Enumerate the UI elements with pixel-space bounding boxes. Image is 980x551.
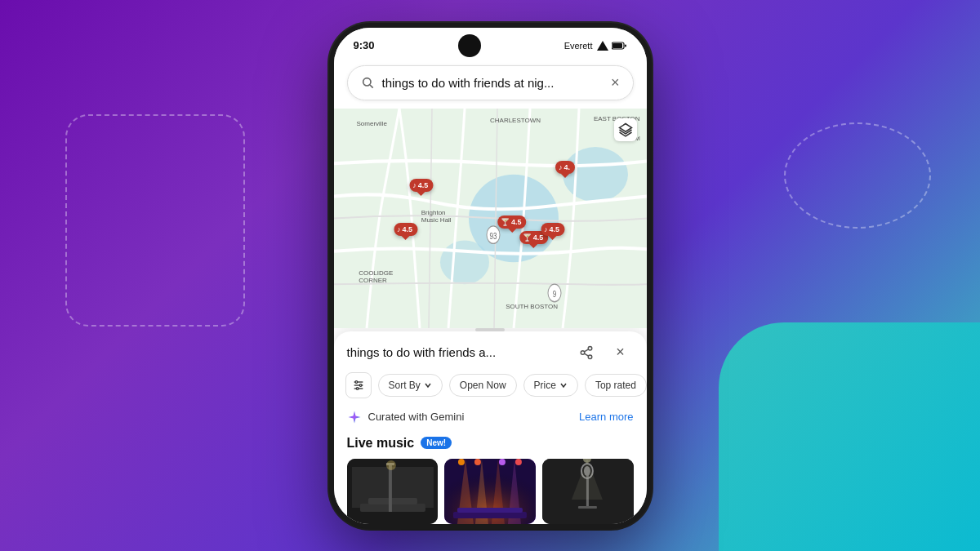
phone-mockup: 9:30 Everett	[329, 23, 652, 529]
layers-icon	[618, 122, 633, 137]
sort-by-chevron	[424, 381, 432, 389]
dashed-oval-right	[784, 122, 931, 229]
top-search-bar: things to do with friends at nig... ×	[334, 60, 647, 109]
venue-card-3[interactable]	[542, 459, 634, 524]
venue-card-2-art	[444, 459, 536, 524]
gemini-label: Curated with Gemini	[368, 411, 465, 423]
filter-settings-button[interactable]	[345, 372, 372, 398]
pin-music-icon-2: ♪	[397, 225, 401, 233]
svg-rect-28	[368, 498, 416, 504]
pin-rating-1: 4.5	[418, 181, 429, 189]
top-rated-filter[interactable]: Top rated	[585, 374, 647, 397]
svg-point-31	[385, 460, 395, 470]
svg-point-4	[363, 78, 370, 86]
sort-by-filter[interactable]: Sort By	[378, 374, 443, 397]
map-pin-2[interactable]: ♪ 4.5	[394, 223, 417, 236]
battery-icon	[612, 42, 626, 50]
svg-point-14	[588, 346, 592, 350]
map-pin-6[interactable]: ♪ 4.	[555, 161, 575, 174]
signal-icon	[597, 41, 608, 51]
status-bar: 9:30 Everett	[334, 28, 647, 60]
sort-by-label: Sort By	[389, 380, 421, 391]
gemini-icon	[347, 410, 362, 424]
map-label-somerville: Somerville	[357, 120, 387, 127]
price-filter[interactable]: Price	[523, 374, 578, 397]
search-clear-button[interactable]: ×	[611, 74, 620, 91]
filter-row: Sort By Open Now Price Top rated	[334, 372, 647, 407]
svg-point-24	[356, 387, 359, 389]
share-button[interactable]	[573, 340, 599, 366]
search-icon	[361, 76, 374, 89]
svg-rect-29	[388, 463, 391, 512]
sheet-search-row: things to do with friends a... ×	[334, 331, 647, 372]
map-pin-3[interactable]: 🍸 4.5	[497, 216, 527, 229]
svg-rect-2	[612, 43, 622, 48]
svg-point-7	[563, 147, 628, 202]
svg-line-5	[370, 85, 373, 88]
open-now-filter[interactable]: Open Now	[449, 374, 517, 397]
sheet-search-text: things to do with friends a...	[347, 345, 565, 359]
pin-rating-4: 4.5	[533, 233, 544, 242]
svg-rect-47	[578, 506, 597, 509]
top-rated-label: Top rated	[595, 380, 636, 391]
pin-cocktail-icon-1: 🍸	[501, 218, 510, 226]
svg-rect-27	[359, 504, 425, 512]
map-pin-1[interactable]: ♪ 4.5	[409, 179, 433, 192]
svg-line-17	[584, 353, 588, 356]
price-chevron	[559, 381, 568, 389]
map-pin-5[interactable]: ♪ 4.5	[541, 223, 564, 236]
teal-blob	[719, 322, 980, 551]
svg-point-15	[581, 350, 585, 354]
close-button[interactable]: ×	[608, 340, 634, 366]
svg-line-18	[584, 349, 588, 351]
price-label: Price	[534, 380, 556, 391]
pin-rating-6: 4.	[564, 163, 570, 171]
map-layers-button[interactable]	[614, 118, 637, 141]
learn-more-link[interactable]: Learn more	[579, 411, 633, 423]
map-label-charlestown: CHARLESTOWN	[490, 117, 541, 124]
search-query: things to do with friends at nig...	[382, 76, 603, 90]
location-label: Everett	[564, 41, 593, 51]
pin-music-icon-1: ♪	[412, 181, 416, 189]
svg-text:93: 93	[489, 230, 497, 240]
svg-point-42	[499, 459, 506, 465]
pin-rating-5: 4.5	[550, 225, 560, 233]
open-now-label: Open Now	[460, 380, 506, 391]
phone-screen: 9:30 Everett	[334, 28, 647, 524]
svg-point-23	[359, 384, 362, 386]
section-title: Live music	[347, 436, 415, 451]
status-time: 9:30	[354, 39, 375, 51]
svg-rect-38	[453, 512, 527, 518]
map-label-brighton: BrightonMusic Hall	[421, 209, 452, 224]
venue-card-1-art	[347, 459, 439, 524]
camera-notch	[458, 34, 481, 57]
gemini-left: Curated with Gemini	[347, 410, 465, 424]
svg-rect-39	[457, 508, 523, 513]
venue-card-2[interactable]	[444, 459, 536, 524]
svg-point-43	[515, 459, 522, 465]
map-area[interactable]: 9 93 Somerville CHARLESTOWN EAST BOSTON …	[334, 109, 647, 328]
svg-point-40	[458, 459, 465, 465]
map-label-coolidge: COOLIDGECORNER	[359, 269, 393, 284]
pin-rating-2: 4.5	[403, 225, 413, 233]
svg-text:9: 9	[552, 289, 555, 299]
svg-point-22	[355, 380, 358, 383]
venue-cards-row	[334, 459, 647, 524]
svg-point-16	[588, 355, 592, 359]
svg-marker-0	[597, 41, 608, 51]
venue-card-3-art	[542, 459, 634, 524]
dashed-rect-left	[65, 114, 245, 327]
svg-rect-3	[625, 44, 626, 47]
pin-rating-3: 4.5	[511, 218, 522, 226]
pin-cocktail-icon-2: 🍸	[523, 233, 532, 242]
pin-music-icon-4: ♪	[559, 163, 563, 171]
pin-music-icon-3: ♪	[544, 225, 548, 233]
svg-point-8	[440, 240, 489, 284]
new-badge: New!	[421, 437, 452, 449]
status-icons: Everett	[564, 41, 627, 51]
bottom-sheet: things to do with friends a... ×	[334, 331, 647, 524]
venue-card-1[interactable]	[347, 459, 439, 524]
section-header: Live music New!	[334, 433, 647, 459]
search-input-container[interactable]: things to do with friends at nig... ×	[347, 65, 634, 100]
map-roads-svg: 9 93	[334, 109, 647, 328]
